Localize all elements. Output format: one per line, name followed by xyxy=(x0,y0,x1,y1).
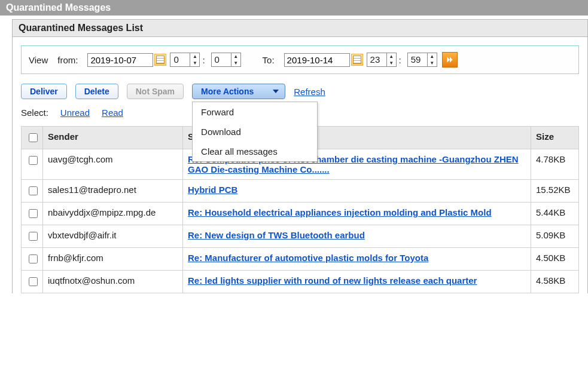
date-filter-bar: View from: 0 ▲▼ : 0 ▲▼ To: xyxy=(21,45,579,74)
sender-cell: iuqtfnotx@oshun.com xyxy=(43,271,183,293)
chevron-down-icon[interactable]: ▼ xyxy=(190,60,199,66)
quarantine-panel: Quarantined Messages List View from: 0 ▲… xyxy=(12,19,588,293)
chevron-down-icon[interactable]: ▼ xyxy=(387,60,396,66)
chevron-down-icon[interactable]: ▼ xyxy=(231,60,240,66)
table-row: nbaivyddjx@mpipz.mpg.deRe: Household ele… xyxy=(22,203,579,225)
row-checkbox[interactable] xyxy=(29,254,38,263)
page-title: Quarantined Messages xyxy=(0,0,588,16)
col-sender[interactable]: Sender xyxy=(43,127,183,149)
size-cell: 4.78KB xyxy=(531,149,579,180)
size-cell: 4.50KB xyxy=(531,248,579,271)
delete-button[interactable]: Delete xyxy=(75,84,118,99)
to-label: To: xyxy=(263,55,275,65)
not-spam-button[interactable]: Not Spam xyxy=(127,84,184,99)
table-row: sales11@tradepro.netHybrid PCB15.52KB xyxy=(22,180,579,203)
sender-cell: sales11@tradepro.net xyxy=(43,180,183,203)
more-actions-button[interactable]: More Actions xyxy=(192,84,285,99)
chevron-up-icon[interactable]: ▲ xyxy=(387,53,396,60)
panel-title: Quarantined Messages List xyxy=(13,20,587,37)
menu-item-forward[interactable]: Forward xyxy=(193,102,317,122)
chevron-up-icon[interactable]: ▲ xyxy=(190,53,199,60)
chevron-up-icon[interactable]: ▲ xyxy=(231,53,240,60)
view-label: View xyxy=(29,55,48,65)
subject-link[interactable]: Hybrid PCB xyxy=(188,185,237,195)
from-label: from: xyxy=(57,55,78,65)
subject-link[interactable]: Re: Manufacturer of automotive plastic m… xyxy=(188,253,428,263)
from-date-input[interactable] xyxy=(87,53,153,67)
row-checkbox[interactable] xyxy=(29,186,38,195)
size-cell: 4.58KB xyxy=(531,271,579,293)
to-hour-spinner[interactable]: 23 ▲▼ xyxy=(367,53,397,67)
from-hour-spinner[interactable]: 0 ▲▼ xyxy=(170,53,200,67)
sender-cell: vbxtevdbjf@aifr.it xyxy=(43,225,183,248)
chevron-down-icon[interactable]: ▼ xyxy=(428,60,437,66)
table-row: frnb@kfjr.comRe: Manufacturer of automot… xyxy=(22,248,579,271)
row-checkbox[interactable] xyxy=(29,156,38,165)
sender-cell: uavg@tcgh.com xyxy=(43,149,183,180)
menu-item-clear-all[interactable]: Clear all messages xyxy=(193,142,317,161)
refresh-link[interactable]: Refresh xyxy=(294,87,325,97)
chevron-up-icon[interactable]: ▲ xyxy=(428,53,437,60)
row-checkbox[interactable] xyxy=(29,277,38,286)
menu-item-download[interactable]: Download xyxy=(193,122,317,142)
chevron-down-icon xyxy=(273,90,279,93)
col-size[interactable]: Size xyxy=(531,127,579,149)
select-read-link[interactable]: Read xyxy=(102,108,123,118)
to-date-input[interactable] xyxy=(284,53,350,67)
to-min-spinner[interactable]: 59 ▲▼ xyxy=(407,53,437,67)
sender-cell: frnb@kfjr.com xyxy=(43,248,183,271)
subject-link[interactable]: Re: Household electrical appliances inje… xyxy=(188,207,492,217)
subject-link[interactable]: Re: New design of TWS Bluetooth earbud xyxy=(188,230,365,240)
table-row: vbxtevdbjf@aifr.itRe: New design of TWS … xyxy=(22,225,579,248)
sender-cell: nbaivyddjx@mpipz.mpg.de xyxy=(43,203,183,225)
row-checkbox[interactable] xyxy=(29,209,38,218)
size-cell: 5.44KB xyxy=(531,203,579,225)
from-min-spinner[interactable]: 0 ▲▼ xyxy=(211,53,241,67)
table-row: iuqtfnotx@oshun.comRe: led lights suppli… xyxy=(22,271,579,293)
more-actions-menu: Forward Download Clear all messages xyxy=(192,102,318,162)
calendar-icon[interactable] xyxy=(351,54,363,66)
subject-link[interactable]: Re: led lights supplier with round of ne… xyxy=(188,275,477,286)
select-label: Select: xyxy=(21,108,48,118)
size-cell: 15.52KB xyxy=(531,180,579,203)
select-all-checkbox[interactable] xyxy=(29,133,38,142)
row-checkbox[interactable] xyxy=(29,232,38,241)
calendar-icon[interactable] xyxy=(154,54,166,66)
select-unread-link[interactable]: Unread xyxy=(60,108,90,118)
apply-filter-button[interactable] xyxy=(442,52,458,68)
deliver-button[interactable]: Deliver xyxy=(21,84,67,99)
size-cell: 5.09KB xyxy=(531,225,579,248)
